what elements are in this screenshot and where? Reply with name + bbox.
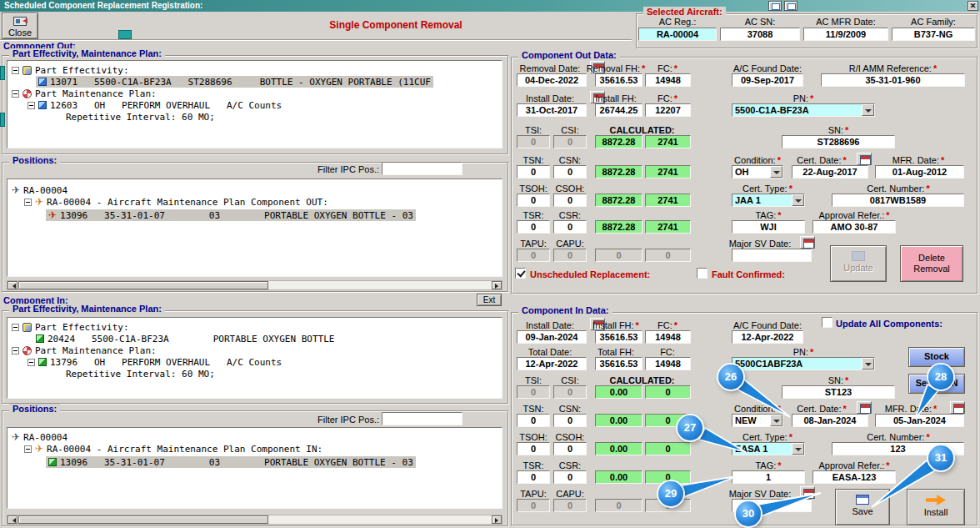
install-fh-field[interactable]: 26744.25	[595, 103, 642, 117]
install-fc-field[interactable]: 14948	[645, 330, 691, 344]
collapse-icon[interactable]	[12, 324, 19, 331]
tree-node[interactable]: Repetitive Interval: 60 MO;	[66, 111, 215, 123]
removal-fc-field[interactable]: 14948	[645, 73, 691, 87]
save-button[interactable]: Save	[835, 489, 890, 525]
major-sv-calendar-button[interactable]	[800, 236, 815, 249]
sn-field[interactable]: ST123	[782, 385, 895, 399]
install-fh-field[interactable]: 35616.53	[595, 330, 642, 344]
tsn-field[interactable]: 0	[517, 414, 550, 427]
cert-date-field[interactable]: 22-Aug-2017	[792, 165, 868, 179]
chevron-down-icon[interactable]	[862, 104, 874, 116]
fault-confirmed-checkbox[interactable]	[697, 268, 708, 279]
chevron-down-icon[interactable]	[770, 166, 782, 178]
tree-node[interactable]: Part Effectivity:	[12, 64, 129, 76]
titlebar-tool-icon-1[interactable]	[768, 1, 782, 11]
pn-combo[interactable]: 5500C1ABF23A	[732, 357, 875, 370]
delete-removal-button[interactable]: Delete Removal	[900, 245, 963, 282]
tree-node[interactable]: Repetitive Interval: 60 MO;	[66, 368, 215, 380]
tree-node[interactable]: Part Maintenance Plan:	[12, 88, 157, 99]
csr-field[interactable]: 0	[553, 220, 587, 234]
approval-refer-field[interactable]: EASA-123	[812, 470, 896, 484]
titlebar-tool-icon-2[interactable]	[784, 1, 798, 11]
unscheduled-replacement-checkbox[interactable]	[515, 268, 526, 279]
filter-ipc-input[interactable]	[382, 162, 462, 175]
collapse-icon[interactable]	[12, 67, 19, 74]
scrollbar-thumb[interactable]	[18, 281, 268, 289]
csn-field[interactable]: 0	[553, 165, 587, 179]
tree-node[interactable]: 13096 35-31-01-07 03 PORTABLE OXYGEN BOT…	[46, 456, 416, 468]
tsr-field[interactable]: 0	[517, 220, 550, 234]
collapse-icon[interactable]	[12, 90, 19, 98]
scroll-right-button[interactable]	[492, 515, 502, 524]
tsr-field[interactable]: 0	[517, 470, 550, 484]
major-sv-date-field[interactable]	[732, 249, 812, 262]
tree-node[interactable]: ✈ RA-00004	[12, 184, 68, 196]
csoh-field[interactable]: 0	[553, 194, 587, 207]
scroll-left-button[interactable]	[8, 281, 18, 289]
cert-date-field[interactable]: 08-Jan-2024	[792, 414, 868, 427]
mfr-date-field[interactable]: 05-Jan-2024	[875, 414, 964, 427]
tsoh-field[interactable]: 0	[517, 194, 550, 207]
cert-type-combo[interactable]: EASA 1	[732, 442, 805, 455]
scroll-right-button[interactable]	[492, 281, 502, 289]
tree-node[interactable]: 13071 5500-C1A-BF23A ST288696 BOTTLE - O…	[36, 76, 433, 88]
csr-field[interactable]: 0	[553, 470, 587, 484]
tree-node[interactable]: Part Maintenance Plan:	[12, 344, 157, 356]
chevron-down-icon[interactable]	[792, 194, 804, 206]
tree-node[interactable]: ✈ RA-00004 - Aircraft Maintenance Plan C…	[24, 196, 328, 208]
found-date-field[interactable]: 09-Sep-2017	[732, 73, 803, 87]
chevron-down-icon[interactable]	[770, 415, 782, 426]
condition-combo[interactable]: NEW	[732, 414, 783, 427]
tree-node[interactable]: ✈ 13096 35-31-01-07 03 PORTABLE OXYGEN B…	[46, 209, 416, 221]
ac-reg-field[interactable]: RA-00004	[638, 28, 717, 41]
approval-refer-field[interactable]: AMO 30-87	[812, 220, 896, 234]
ri-amm-field[interactable]: 35-31-01-960	[821, 73, 965, 87]
titlebar-close-button[interactable]: ✕	[968, 1, 978, 11]
tag-field[interactable]: 1	[732, 470, 805, 484]
sn-field[interactable]: ST288696	[782, 135, 895, 148]
chevron-down-icon[interactable]	[792, 443, 804, 455]
total-date-field[interactable]: 12-Apr-2022	[517, 357, 587, 370]
tree-node[interactable]: ✈ RA-00004 - Aircraft Maintenance Plan C…	[24, 443, 322, 455]
update-button[interactable]: Update	[830, 245, 887, 282]
tag-field[interactable]: WJI	[732, 220, 805, 234]
collapse-icon[interactable]	[24, 445, 32, 453]
mfr-date-field[interactable]: 01-Aug-2012	[875, 165, 964, 179]
horizontal-scrollbar[interactable]	[7, 515, 502, 525]
tree-node[interactable]: 20424 5500-C1A-BF23A PORTABLE OXYGEN BOT…	[36, 333, 334, 344]
collapse-icon[interactable]	[24, 199, 32, 206]
ext-button[interactable]: Ext	[477, 294, 502, 306]
condition-combo[interactable]: OH	[732, 165, 783, 179]
csn-field[interactable]: 0	[553, 414, 587, 427]
tree-node[interactable]: 13796 OH PERFORM OVERHAUL A/C Counts	[28, 356, 282, 368]
update-all-components-checkbox[interactable]	[822, 317, 832, 328]
chevron-down-icon[interactable]	[862, 358, 874, 370]
horizontal-scrollbar[interactable]	[7, 280, 502, 290]
tree-node[interactable]: ✈ RA-00004	[12, 431, 68, 443]
cert-number-field[interactable]: 0817WB1589	[832, 194, 964, 207]
scroll-left-button[interactable]	[8, 515, 18, 524]
install-date-field[interactable]: 09-Jan-2024	[517, 330, 587, 344]
collapse-icon[interactable]	[28, 359, 35, 366]
total-fc-field[interactable]: 14948	[645, 357, 691, 370]
total-fh-field[interactable]: 35616.53	[595, 357, 642, 370]
major-sv-calendar-button[interactable]	[800, 486, 815, 499]
cert-date-calendar-button[interactable]	[857, 153, 872, 165]
install-date-field[interactable]: 31-Oct-2017	[517, 103, 587, 117]
tsn-field[interactable]: 0	[517, 165, 550, 179]
tree-node[interactable]: Part Effectivity:	[12, 321, 129, 333]
collapse-icon[interactable]	[28, 102, 35, 109]
stock-button[interactable]: Stock	[908, 347, 965, 367]
csoh-field[interactable]: 0	[553, 442, 587, 455]
removal-date-field[interactable]: 04-Dec-2022	[517, 73, 587, 87]
cert-type-combo[interactable]: JAA 1	[732, 194, 805, 207]
tsoh-field[interactable]: 0	[517, 442, 550, 455]
close-button[interactable]: Close	[2, 13, 38, 39]
removal-fh-field[interactable]: 35616.53	[595, 73, 642, 87]
filter-ipc-input[interactable]	[382, 412, 462, 425]
tree-node[interactable]: 12603 OH PERFORM OVERHAUL A/C Counts	[28, 99, 282, 111]
pn-combo[interactable]: 5500-C1A-BF23A	[732, 103, 875, 117]
found-date-field[interactable]: 12-Apr-2022	[732, 330, 803, 344]
install-button[interactable]: Install	[907, 489, 965, 525]
mfr-date-calendar-button[interactable]	[950, 401, 965, 414]
